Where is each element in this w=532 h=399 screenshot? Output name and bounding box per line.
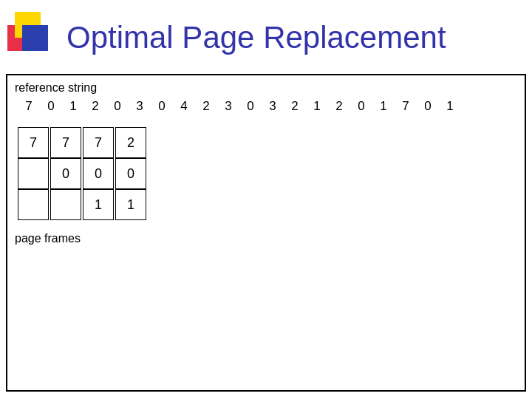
ref-number: 3 — [129, 99, 151, 114]
frame-cell: 7 — [18, 127, 49, 158]
frame-cell: 0 — [83, 158, 114, 189]
frame-cell: 7 — [83, 127, 114, 158]
ref-number: 2 — [328, 99, 350, 114]
header: Optimal Page Replacement — [0, 0, 532, 74]
ref-number: 1 — [62, 99, 84, 114]
ref-number: 1 — [306, 99, 328, 114]
ref-number: 0 — [151, 99, 173, 114]
ref-number: 0 — [239, 99, 262, 114]
frame-cell: 1 — [115, 189, 146, 220]
frame-column: 201 — [115, 127, 146, 220]
content-box: reference string 70120304230321201701 77… — [6, 74, 526, 392]
page-frames-label: page frames — [15, 232, 517, 245]
ref-number: 1 — [439, 99, 461, 114]
ref-number: 3 — [262, 99, 284, 114]
ref-number: 2 — [284, 99, 306, 114]
frame-column: 7 — [18, 127, 49, 220]
frame-cell: 1 — [83, 189, 114, 220]
ref-number: 4 — [173, 99, 195, 114]
frame-cell: 7 — [50, 127, 81, 158]
ref-number: 1 — [372, 99, 395, 114]
frame-cell: 2 — [115, 127, 146, 158]
frame-cell: 0 — [115, 158, 146, 189]
frame-column: 70 — [50, 127, 81, 220]
reference-numbers-row: 70120304230321201701 — [15, 99, 517, 114]
frame-column: 701 — [83, 127, 114, 220]
ref-number: 0 — [417, 99, 439, 114]
frame-cell — [18, 158, 49, 189]
frame-cell: 0 — [50, 158, 81, 189]
page-title: Optimal Page Replacement — [66, 20, 446, 55]
ref-number: 7 — [18, 99, 40, 114]
ref-number: 2 — [84, 99, 106, 114]
ref-number: 0 — [106, 99, 129, 114]
frame-cell — [18, 189, 49, 220]
ref-number: 2 — [195, 99, 217, 114]
ref-number: 7 — [395, 99, 417, 114]
ref-number: 0 — [350, 99, 372, 114]
ref-number: 3 — [217, 99, 239, 114]
logo — [7, 12, 59, 64]
ref-number: 0 — [40, 99, 62, 114]
frame-cell — [50, 189, 81, 220]
logo-blue-square — [22, 25, 48, 51]
frames-area: 770701201 — [18, 127, 517, 220]
reference-string-label: reference string — [15, 81, 517, 95]
